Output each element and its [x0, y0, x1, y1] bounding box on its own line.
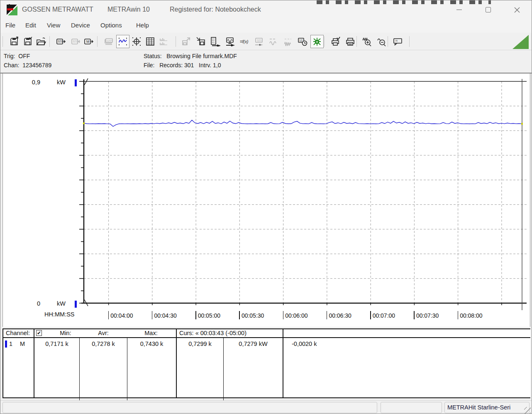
- floppy-down-icon: [196, 37, 206, 47]
- time-settings-button[interactable]: 12: [296, 35, 309, 48]
- row-channel-mode: M: [20, 341, 25, 347]
- title-app: METRAwin 10: [107, 6, 150, 13]
- trig-value: OFF: [18, 53, 30, 59]
- title-registered: Registered for: Notebookcheck: [170, 6, 261, 13]
- channel-setup-button[interactable]: [209, 35, 222, 48]
- meter-in-icon: 321: [70, 37, 80, 47]
- toolbar-separator: [324, 36, 325, 47]
- chart-view-button[interactable]: [116, 35, 129, 48]
- histogram-icon: [159, 37, 168, 47]
- printer-icon: [345, 37, 355, 47]
- spider-icon: [312, 37, 322, 47]
- status-value: Browsing File furmark.MDF: [166, 53, 237, 59]
- row-channel-number[interactable]: 1: [9, 341, 12, 347]
- toolbar-separator: [49, 36, 50, 47]
- table-grid-icon: [145, 37, 155, 47]
- svg-text:12: 12: [299, 39, 303, 42]
- pulse-view-button: [281, 35, 295, 48]
- print-button[interactable]: [344, 35, 357, 48]
- svg-text:321: 321: [73, 40, 78, 43]
- device-settings-button[interactable]: [223, 35, 237, 48]
- x-tick-label: 00:05:00: [195, 311, 220, 319]
- chan-value: 123456789: [22, 62, 51, 69]
- wave-pair-icon: [268, 37, 278, 47]
- minimize-icon: [456, 10, 462, 10]
- statusbar-device-segment: METRAHit Starline-Seri: [444, 402, 530, 413]
- zoom-out-button[interactable]: [375, 35, 388, 48]
- menu-edit[interactable]: Edit: [25, 22, 36, 29]
- device-name: METRAHit Starline-Seri: [447, 404, 510, 411]
- svg-text:?!: ?!: [395, 39, 398, 42]
- zoom-wave-in-icon: [362, 37, 372, 47]
- header-cursor[interactable]: Curs: « 00:03:43 (-05:00): [179, 330, 246, 336]
- menu-bar: File Edit View Device Options Help: [0, 19, 532, 33]
- write-device-321-button: 321: [68, 35, 82, 48]
- floppy-out-icon: [9, 37, 19, 47]
- header-avr[interactable]: Avr:: [92, 330, 115, 336]
- x-tick-label: 00:06:30: [327, 311, 351, 319]
- x-tick-label: 00:08:00: [458, 311, 483, 319]
- toolbar-separator: [388, 36, 388, 47]
- channel-row-marker: [5, 341, 7, 348]
- status-label: Status:: [144, 53, 162, 59]
- live-record-button[interactable]: [310, 35, 324, 48]
- zoom-in-button[interactable]: [360, 35, 373, 48]
- floppy-in-icon: [23, 37, 33, 47]
- clock-device-icon: 12: [298, 37, 307, 47]
- channel-visible-checkbox[interactable]: ✔: [36, 330, 42, 336]
- close-button[interactable]: [508, 0, 527, 19]
- close-icon: [514, 7, 520, 13]
- trig-label: Trig:: [4, 53, 15, 59]
- menu-device[interactable]: Device: [71, 22, 90, 29]
- display-321-icon: 321: [254, 37, 264, 47]
- svg-text:M: M: [86, 39, 90, 44]
- channel-marker-bottom: [75, 301, 77, 308]
- x-tick-label: 00:04:30: [152, 311, 177, 319]
- chart-svg[interactable]: [3, 73, 531, 327]
- svg-text:1257: 1257: [107, 39, 112, 42]
- formula-button[interactable]: =f(x): [238, 35, 251, 48]
- header-max[interactable]: Max:: [139, 330, 163, 336]
- channel-marker-top: [75, 79, 77, 86]
- x-tick-labels: 00:04:0000:04:3000:05:0000:05:3000:06:00…: [3, 310, 530, 322]
- multimeter-view-button: 1257: [102, 35, 115, 48]
- menu-help[interactable]: Help: [136, 22, 149, 29]
- display-multi-icon: 1257: [104, 37, 114, 47]
- title-bar[interactable]: GOSSEN METRAWATT METRAwin 10 Registered …: [0, 0, 532, 19]
- maximize-button[interactable]: [478, 0, 498, 19]
- title-brand: GOSSEN METRAWATT: [22, 6, 93, 13]
- statusbar-segment-main: [2, 402, 377, 413]
- menu-view[interactable]: View: [47, 22, 60, 29]
- header-channel: Channel:: [6, 330, 30, 336]
- print-check-icon: [331, 37, 341, 47]
- y-axis-max-label: 0,9: [27, 79, 40, 86]
- read-device-321-button[interactable]: 321: [54, 35, 68, 48]
- open-file-button[interactable]: [34, 35, 48, 48]
- status-bar: METRAHit Starline-Seri: [0, 400, 532, 414]
- monitor-wave-icon: [225, 37, 235, 47]
- save-import-button[interactable]: [21, 35, 34, 48]
- menu-file[interactable]: File: [5, 22, 15, 29]
- chart-panel: 0,9 kW 0 kW HH:MM:SS 00:04:0000:04:3000:…: [2, 73, 530, 327]
- export-data-button: [180, 35, 193, 48]
- menu-options[interactable]: Options: [100, 22, 122, 29]
- read-memory-button[interactable]: M: [82, 35, 95, 48]
- svg-text:321: 321: [58, 40, 63, 43]
- print-preview-button[interactable]: [329, 35, 342, 48]
- resize-grip[interactable]: [524, 407, 531, 414]
- store-data-button[interactable]: [194, 35, 207, 48]
- meter-m-icon: M: [84, 37, 94, 47]
- file-label: File:: [144, 62, 154, 69]
- table-view-button[interactable]: [144, 35, 157, 48]
- cursor-view-button[interactable]: [130, 35, 143, 48]
- wave-compare-button: [267, 35, 280, 48]
- header-min[interactable]: Min:: [54, 330, 77, 336]
- hint-button[interactable]: ?!: [391, 35, 405, 48]
- folder-open-icon: [36, 37, 46, 47]
- svg-text:321: 321: [257, 39, 262, 42]
- value-table: Channel: ✔ Min: Avr: Max: Curs: « 00:03:…: [2, 328, 530, 398]
- toolbar: 321321M1257=f(x)32112?!: [0, 33, 532, 50]
- save-export-button[interactable]: [7, 35, 21, 48]
- minimize-button[interactable]: [449, 0, 469, 19]
- meter-out-icon: 321: [56, 37, 66, 47]
